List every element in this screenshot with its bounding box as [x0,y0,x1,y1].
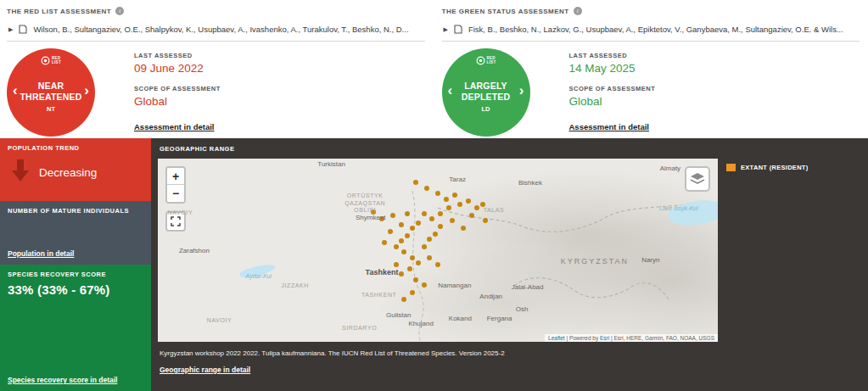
assessments-row: THE RED LIST ASSESSMENT i ▶ Wilson, B., … [0,0,868,138]
recovery-score-label: SPECIES RECOVERY SCORE [8,271,143,278]
occurrence-point [416,260,421,265]
category-name: LARGELYDEPLETED [462,81,511,102]
chevron-right-icon[interactable]: › [519,82,524,99]
occurrence-point [452,193,457,198]
population-trend-value: Decreasing [39,166,97,179]
occurrence-point [427,255,432,260]
trend-down-arrow-icon [9,158,31,187]
occurrence-point [413,277,418,282]
green-status-title-row: THE GREEN STATUS ASSESSMENT i [442,5,860,19]
green-status-assessment-section: THE GREEN STATUS ASSESSMENT i ▶ Fisk, B.… [442,5,860,138]
citation-icon [19,25,27,34]
map-country-borders [158,159,718,342]
map-zoom-control: + − [165,166,186,204]
last-assessed-value: 14 May 2025 [569,62,656,75]
population-trend-block: POPULATION TREND Decreasing [0,138,151,201]
scope-label: SCOPE OF ASSESSMENT [569,85,656,92]
population-trend-label: POPULATION TREND [8,144,143,152]
red-list-assessment-section: THE RED LIST ASSESSMENT i ▶ Wilson, B., … [7,5,425,138]
green-status-content: ‹ › REDLIST LARGELYDEPLETED LD LAST ASSE… [442,42,860,137]
occurrence-point [480,202,485,207]
occurrence-point [422,211,427,216]
occurrence-point [410,255,415,260]
red-list-category-badge: ‹ › REDLIST NEARTHREATENED NT [7,48,95,137]
mature-individuals-label: NUMBER OF MATURE INDIVIDUALS [8,207,143,215]
geographic-range-section: GEOGRAPHIC RANGE + − [151,138,868,391]
geographic-range-detail-link[interactable]: Geographic range in detail [160,366,250,374]
occurrence-point [405,211,410,216]
occurrence-point [399,222,404,227]
info-icon[interactable]: i [115,7,124,15]
extant-resident-swatch [726,164,736,171]
occurrence-point [405,233,410,238]
recovery-score-detail-link[interactable]: Species recovery score in detail [8,376,117,384]
occurrence-point [422,282,427,288]
extant-resident-label: EXTANT (RESIDENT) [741,164,809,171]
assessment-detail-link[interactable]: Assessment in detail [569,122,650,131]
category-code: NT [47,105,55,113]
geographic-range-title: GEOGRAPHIC RANGE [160,145,860,153]
occurrence-point [424,186,429,191]
green-status-meta: LAST ASSESSED 14 May 2025 SCOPE OF ASSES… [569,48,656,133]
category-name: NEARTHREATENED [20,81,82,102]
expand-arrow-icon[interactable]: ▶ [444,26,448,33]
red-list-logo: REDLIST [476,56,496,65]
citation-icon [454,25,462,34]
last-assessed-label: LAST ASSESSED [134,52,221,59]
map-citation: Kyrgyzstan workshop 2022 2022. Tulipa ka… [160,349,505,357]
zoom-out-button[interactable]: − [167,185,184,202]
occurrence-point [410,290,415,295]
occurrence-point [407,266,412,271]
chevron-left-icon[interactable]: ‹ [13,82,18,99]
recovery-score-block: SPECIES RECOVERY SCORE 33% (33% - 67%) S… [0,265,151,391]
population-detail-link[interactable]: Population in detail [8,249,74,258]
scope-value: Global [569,95,656,108]
red-list-citation-row[interactable]: ▶ Wilson, B., Sultangaziev, O.E., Shalpy… [7,19,425,42]
stats-sidebar: POPULATION TREND Decreasing NUMBER OF MA… [0,138,151,391]
zoom-in-button[interactable]: + [167,168,184,185]
logo-line2: LIST [52,60,61,64]
occurrence-point [444,197,449,202]
map-attribution: Leaflet | Powered by Esri | Esri, HERE, … [545,334,718,342]
layers-button[interactable] [685,166,710,192]
green-status-category-badge: ‹ › REDLIST LARGELYDEPLETED LD [442,48,530,137]
category-code: LD [482,105,490,113]
assessment-detail-link[interactable]: Assessment in detail [134,122,215,131]
leaflet-link[interactable]: Leaflet [548,335,565,341]
last-assessed-value: 09 June 2022 [134,62,221,75]
red-list-title-row: THE RED LIST ASSESSMENT i [7,5,425,19]
expand-arrow-icon[interactable]: ▶ [8,26,13,33]
map-canvas[interactable]: + − Leaflet | Powered by Esri | Esri, HE… [158,159,718,342]
map-legend: EXTANT (RESIDENT) [726,164,809,171]
occurrence-point [416,221,421,226]
recovery-score-value: 33% (33% - 67%) [8,282,143,297]
occurrence-point [461,226,466,231]
info-icon[interactable]: i [574,7,582,15]
occurrence-point [433,232,438,237]
occurrence-point [394,262,399,267]
mature-individuals-block: NUMBER OF MATURE INDIVIDUALS Population … [0,201,151,265]
red-list-content: ‹ › REDLIST NEARTHREATENED NT LAST ASSES… [7,42,425,137]
occurrence-point [413,180,418,185]
occurrence-point [469,213,474,218]
scope-value: Global [134,95,221,108]
logo-line2: LIST [487,60,496,64]
occurrence-point [422,244,427,249]
red-list-logo: REDLIST [41,56,61,65]
green-status-section-title: THE GREEN STATUS ASSESSMENT [442,8,569,15]
chevron-right-icon[interactable]: › [84,82,89,99]
occurrence-point [435,191,440,196]
red-list-meta: LAST ASSESSED 09 June 2022 SCOPE OF ASSE… [134,48,221,133]
occurrence-point [466,198,471,204]
esri-link[interactable]: Esri [600,335,609,341]
last-assessed-label: LAST ASSESSED [569,52,656,59]
occurrence-point [371,209,376,215]
scope-label: SCOPE OF ASSESSMENT [134,85,221,92]
fullscreen-button[interactable] [165,211,186,232]
red-list-section-title: THE RED LIST ASSESSMENT [7,8,111,15]
chevron-left-icon[interactable]: ‹ [448,82,453,99]
red-list-citation: Wilson, B., Sultangaziev, O.E., Shalpyko… [33,25,408,34]
details-panel: POPULATION TREND Decreasing NUMBER OF MA… [0,138,868,391]
species-assessment-page: THE RED LIST ASSESSMENT i ▶ Wilson, B., … [0,0,868,391]
green-status-citation-row[interactable]: ▶ Fisk, B., Beshko, N., Lazkov, G., Usup… [442,19,860,42]
